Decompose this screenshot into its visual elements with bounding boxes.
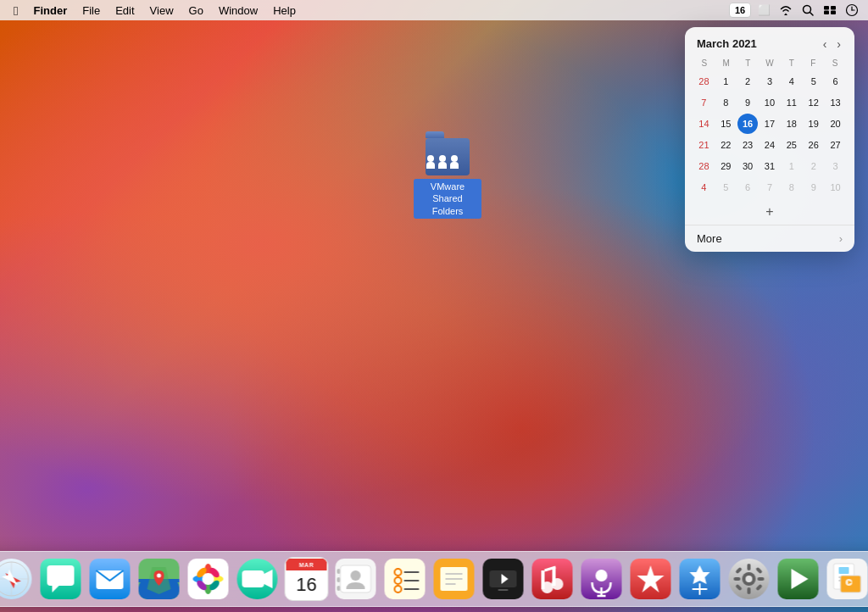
folder-people-graphic (426, 155, 459, 169)
cal-day[interactable]: 2 (737, 71, 758, 92)
cal-day[interactable]: 27 (826, 135, 846, 155)
cal-day[interactable]: 7 (760, 177, 780, 198)
dock-item-imovie[interactable] (776, 557, 821, 601)
day-header-sun: S (693, 57, 715, 70)
calendar-add-button[interactable]: + (685, 201, 854, 225)
cal-day[interactable]: 13 (826, 92, 846, 113)
cal-day[interactable]: 10 (826, 177, 846, 198)
dock-calendar-date: 16 (296, 574, 316, 596)
cal-day[interactable]: 23 (737, 135, 758, 155)
folder-icon-graphic (424, 131, 471, 175)
cal-day[interactable]: 7 (693, 92, 714, 113)
svg-rect-3 (831, 6, 836, 10)
cal-day[interactable]: 5 (715, 177, 736, 198)
cal-day[interactable]: 24 (760, 135, 780, 155)
dock-item-calendar[interactable]: MAR 16 (285, 557, 329, 601)
dock-item-system-preferences[interactable] (727, 557, 771, 601)
cal-day[interactable]: 4 (693, 177, 714, 198)
dock-item-contacts[interactable] (334, 557, 378, 601)
calendar-next-button[interactable]: › (835, 38, 843, 50)
menubar-calendar-badge[interactable]: 16 (729, 3, 751, 18)
cal-day[interactable]: 6 (826, 71, 846, 92)
apple-menu[interactable]:  (7, 0, 25, 20)
cal-day[interactable]: 28 (693, 71, 714, 92)
cal-day[interactable]: 12 (804, 92, 824, 113)
dock-calendar-month: MAR (299, 562, 314, 568)
vmware-shared-folders-icon[interactable]: VMware Shared Folders (414, 131, 481, 219)
cal-day[interactable]: 31 (760, 156, 780, 176)
menubar-file[interactable]: File (75, 0, 107, 20)
dock-item-notes[interactable] (432, 557, 476, 601)
cal-day[interactable]: 14 (693, 114, 714, 134)
dock-item-mail[interactable] (88, 557, 132, 601)
cal-day[interactable]: 1 (715, 71, 736, 92)
menubar-view[interactable]: View (143, 0, 181, 20)
dock-item-reminders[interactable] (383, 557, 427, 601)
person-head (439, 155, 446, 162)
cal-day[interactable]: 30 (737, 156, 758, 176)
cal-day[interactable]: 2 (804, 156, 824, 176)
menubar-clock-icon[interactable] (843, 1, 861, 19)
dock: MAR 16 (0, 551, 868, 607)
person-head (451, 155, 458, 162)
svg-rect-59 (385, 559, 426, 599)
dock-item-facetime[interactable] (236, 557, 280, 601)
cal-day[interactable]: 21 (693, 135, 714, 155)
cal-day[interactable]: 5 (804, 71, 824, 92)
calendar-prev-button[interactable]: ‹ (821, 38, 829, 50)
cal-day[interactable]: 8 (782, 177, 802, 198)
day-header-tue: T (737, 57, 759, 70)
dock-item-safari[interactable] (0, 557, 34, 601)
person-head (427, 155, 434, 162)
calendar-day-headers: S M T W T F S (693, 57, 846, 70)
cal-day[interactable]: 17 (760, 114, 780, 134)
cal-day[interactable]: 3 (826, 156, 846, 176)
cal-day[interactable]: 4 (782, 71, 802, 92)
menubar-control-center-icon[interactable] (821, 1, 839, 19)
cal-day[interactable]: 26 (804, 135, 824, 155)
menubar-finder[interactable]: Finder (26, 0, 74, 20)
cal-day[interactable]: 6 (737, 177, 758, 198)
menubar-search-icon[interactable] (798, 1, 817, 19)
cal-day[interactable]: 10 (760, 92, 780, 113)
dock-item-maps[interactable] (137, 557, 181, 601)
svg-rect-104 (839, 567, 849, 574)
svg-point-82 (596, 570, 608, 581)
dock-item-photos[interactable] (186, 557, 231, 601)
cal-day-today[interactable]: 16 (737, 114, 758, 134)
menubar-help[interactable]: Help (266, 0, 303, 20)
cal-day[interactable]: 8 (715, 92, 736, 113)
cal-day[interactable]: 9 (737, 92, 758, 113)
menubar-edit[interactable]: Edit (108, 0, 141, 20)
cal-day[interactable]: 22 (715, 135, 736, 155)
cal-day[interactable]: 15 (715, 114, 736, 134)
menubar-display-icon[interactable]: ⬜ (754, 1, 773, 19)
calendar-header: March 2021 ‹ › (685, 27, 854, 55)
cal-day[interactable]: 18 (782, 114, 802, 134)
svg-point-49 (203, 573, 214, 585)
cal-day[interactable]: 25 (782, 135, 802, 155)
cal-day[interactable]: 29 (715, 156, 736, 176)
dock-item-appletv[interactable] (481, 557, 526, 601)
menubar-go[interactable]: Go (182, 0, 210, 20)
svg-rect-79 (542, 570, 545, 589)
menubar:  Finder File Edit View Go Window Help 1… (0, 0, 868, 20)
dock-item-appstore[interactable] (678, 557, 722, 601)
dock-item-messages[interactable] (39, 557, 83, 601)
cal-day[interactable]: 1 (782, 156, 802, 176)
menubar-wifi-icon[interactable] (776, 1, 795, 19)
dock-item-news[interactable] (629, 557, 673, 601)
dock-item-music[interactable] (531, 557, 575, 601)
cal-day[interactable]: 19 (804, 114, 824, 134)
dock-item-preview[interactable] (826, 557, 869, 601)
cal-day[interactable]: 11 (782, 92, 802, 113)
calendar-more-button[interactable]: More › (685, 225, 854, 252)
dock-item-podcasts[interactable] (580, 557, 624, 601)
cal-day[interactable]: 3 (760, 71, 780, 92)
svg-rect-5 (831, 11, 836, 15)
svg-rect-92 (748, 564, 751, 570)
cal-day[interactable]: 9 (804, 177, 824, 198)
cal-day[interactable]: 20 (826, 114, 846, 134)
menubar-window[interactable]: Window (212, 0, 264, 20)
cal-day[interactable]: 28 (693, 156, 714, 176)
